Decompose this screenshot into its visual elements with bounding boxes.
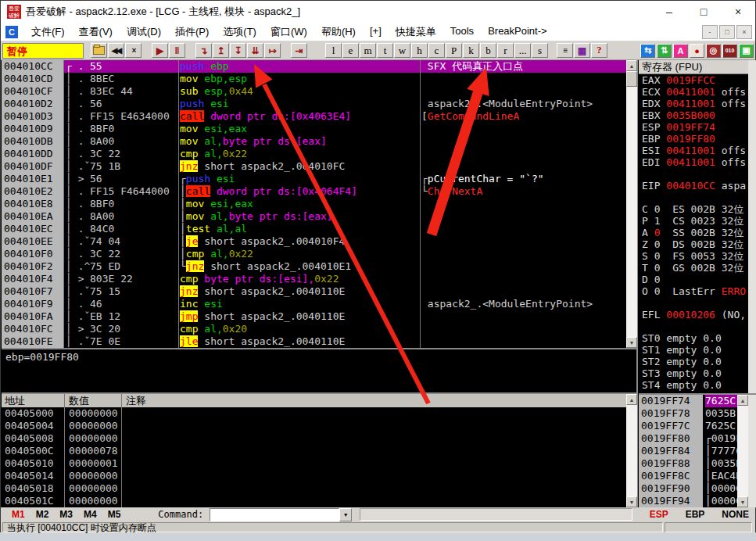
target-icon[interactable]: ◎ <box>706 44 721 58</box>
stack-row[interactable]: 0019FF780035B <box>639 407 748 420</box>
menu-item[interactable]: 选项(T) <box>216 25 263 39</box>
sync-icon[interactable]: ⇆ <box>640 44 655 58</box>
stack-pane[interactable]: 0019FF747625C0019FF780035B0019FF7C7625C0… <box>639 395 748 507</box>
disasm-row[interactable]: 004010DF│ .ˇ75 1Bjnz short aspack2_.0040… <box>2 160 626 173</box>
toolbar-button[interactable]: ▦ <box>574 43 590 58</box>
follow-label-none[interactable]: NONE <box>722 509 749 520</box>
stack-scrollbar[interactable]: ▲▼ <box>737 395 748 507</box>
toolbar-button[interactable]: ↴ <box>195 43 212 58</box>
disasm-row[interactable]: 004010EC│ .84C0│test al,al <box>2 223 626 235</box>
disasm-pane[interactable]: 004010CC┌ .55push ebp SFX 代码真正入口点004010C… <box>2 60 626 348</box>
memory-tab-m4[interactable]: M4 <box>84 509 97 520</box>
window-icon[interactable]: ▣ <box>739 44 754 58</box>
scroll-down-icon[interactable]: ▼ <box>626 337 637 348</box>
memory-tab-m5[interactable]: M5 <box>108 509 121 520</box>
register-line[interactable]: C 0 ES 002B 32位 <box>642 203 748 215</box>
stack-row[interactable]: 0019FF88│0035B <box>639 457 748 470</box>
register-line[interactable]: Z 0 DS 002B 32位 <box>642 238 748 250</box>
register-line[interactable]: A 0 SS 002B 32位 <box>642 227 748 238</box>
command-dropdown-icon[interactable]: ▼ <box>339 508 352 521</box>
disasm-row[interactable]: 004010E2│ .FF15 F4644000│call dword ptr … <box>2 185 626 198</box>
registers-scroll-track[interactable] <box>748 60 756 507</box>
mdi-control-button[interactable]: □ <box>719 25 735 39</box>
toolbar-letter-button[interactable]: t <box>377 43 393 58</box>
dump-row[interactable]: 0040501000000001 <box>2 457 626 470</box>
register-line[interactable]: ST0 empty 0.0 <box>642 332 748 344</box>
menu-item[interactable]: 查看(V) <box>72 25 120 39</box>
register-line[interactable]: ESP 0019FF74 <box>642 121 748 133</box>
register-line[interactable]: T 0 GS 002B 32位 <box>642 262 748 274</box>
toolbar-letter-button[interactable]: ... <box>514 43 531 58</box>
toolbar-button[interactable] <box>91 43 107 58</box>
memory-tab-m3[interactable]: M3 <box>59 509 73 520</box>
toolbar-letter-button[interactable]: e <box>342 43 359 58</box>
stack-row[interactable]: 0019FF90│00000 <box>639 482 748 495</box>
dump-col-address[interactable]: 地址 <box>2 394 25 407</box>
swap-icon[interactable]: ⇅ <box>657 44 672 58</box>
disasm-row[interactable]: 004010FE│ .ˇ7E 0Ejle short aspack2_.0040… <box>2 335 626 348</box>
disasm-row[interactable]: 004010CD│ .8BECmov ebp,esp <box>2 73 626 85</box>
scroll-up-icon[interactable]: ▲ <box>737 395 748 406</box>
info-pane[interactable]: ebp=0019FF80 <box>2 349 636 392</box>
disasm-row[interactable]: 004010DB│ .8A00mov al,byte ptr ds:[eax] <box>2 135 626 148</box>
memory-tab-m1[interactable]: M1 <box>12 509 25 520</box>
command-input[interactable] <box>210 508 339 521</box>
toolbar-button[interactable]: ↥ <box>213 43 229 58</box>
register-line[interactable] <box>642 321 748 332</box>
scroll-thumb[interactable] <box>626 71 637 87</box>
toolbar-letter-button[interactable]: h <box>411 43 428 58</box>
register-line[interactable]: EDI 00411001 offs <box>642 156 748 168</box>
toolbar-button[interactable]: × <box>125 43 142 58</box>
toolbar-letter-button[interactable]: P <box>446 43 462 58</box>
register-line[interactable]: S 0 FS 0053 32位 <box>642 250 748 262</box>
register-line[interactable]: ST3 empty 0.0 <box>642 367 748 379</box>
register-line[interactable]: EBP 0019FF80 <box>642 133 748 145</box>
menu-item[interactable]: [+] <box>363 25 389 39</box>
register-line[interactable]: O 0 LastErr ERRO <box>642 285 748 297</box>
registers-pane[interactable]: 寄存器 (FPU) EAX 0019FFCCECX 00411001 offsE… <box>639 60 748 393</box>
menu-item[interactable]: 快捷菜单 <box>389 25 443 39</box>
menu-item[interactable]: 文件(F) <box>24 25 72 39</box>
stack-row[interactable]: 0019FF94│00000 <box>639 495 748 507</box>
toolbar-letter-button[interactable]: w <box>394 43 410 58</box>
disasm-row[interactable]: 004010F9│ .46inc esi aspack2_.<ModuleEnt… <box>2 298 626 310</box>
stack-row[interactable]: 0019FF7C7625C <box>639 420 748 432</box>
scroll-up-icon[interactable]: ▲ <box>626 60 637 71</box>
register-line[interactable]: ST2 empty 0.0 <box>642 356 748 367</box>
follow-label-esp[interactable]: ESP <box>650 509 668 520</box>
close-button[interactable]: × <box>721 1 755 23</box>
register-line[interactable]: ST1 empty 0.0 <box>642 344 748 356</box>
disasm-row[interactable]: 004010F7│ .ˇ75 15jnz short aspack2_.0040… <box>2 285 626 298</box>
disasm-row[interactable]: 004010DD│ .3C 22cmp al,0x22 <box>2 148 626 160</box>
register-line[interactable]: ECX 00411001 offs <box>642 86 748 98</box>
dump-row[interactable]: 0040500400000000 <box>2 420 626 432</box>
toolbar-letter-button[interactable]: r <box>497 43 514 58</box>
toolbar-button[interactable]: ⇥ <box>291 43 307 58</box>
toolbar-button[interactable]: ↦ <box>264 43 281 58</box>
register-line[interactable]: P 1 CS 0023 32位 <box>642 215 748 227</box>
dump-pane[interactable]: 地址 数值 注释 0040500000000000004050040000000… <box>2 394 626 507</box>
dump-row[interactable]: 0040501C00000000 <box>2 495 626 507</box>
record-icon[interactable]: ● <box>690 44 704 58</box>
dump-row[interactable]: 0040500C00000078 <box>2 445 626 457</box>
disasm-row[interactable]: 004010E8│ .8BF0│mov esi,eax <box>2 198 626 210</box>
mdi-control-button[interactable]: - <box>702 25 718 39</box>
maximize-button[interactable]: □ <box>686 1 721 23</box>
follow-label-ebp[interactable]: EBP <box>686 509 705 520</box>
toolbar-button[interactable]: ◀◀ <box>108 43 124 58</box>
scroll-down-icon[interactable]: ▼ <box>737 496 748 507</box>
disasm-row[interactable]: 004010CF│ .83EC 44sub esp,0x44 <box>2 85 626 98</box>
disasm-row[interactable]: 004010E1│ >56┌push esi┌pCurrentChar = "`… <box>2 173 626 185</box>
toolbar-letter-button[interactable]: l <box>325 43 342 58</box>
stack-row[interactable]: 0019FF8C│EAC4B <box>639 470 748 482</box>
toolbar-button[interactable]: ‖ <box>169 43 185 58</box>
register-line[interactable]: ESI 00411001 offs <box>642 145 748 156</box>
mdi-control-button[interactable]: × <box>736 25 752 39</box>
register-line[interactable]: ST4 empty 0.0 <box>642 379 748 391</box>
register-line[interactable] <box>642 192 748 203</box>
stack-row[interactable]: 0019FF80┌0019F <box>639 432 748 445</box>
disasm-row[interactable]: 004010FC│ >3C 20cmp al,0x20 <box>2 323 626 335</box>
register-line[interactable]: EDX 00411001 offs <box>642 98 748 109</box>
disasm-scrollbar[interactable]: ▲▼ <box>626 60 637 348</box>
dump-row[interactable]: 0040500000000000 <box>2 407 626 420</box>
